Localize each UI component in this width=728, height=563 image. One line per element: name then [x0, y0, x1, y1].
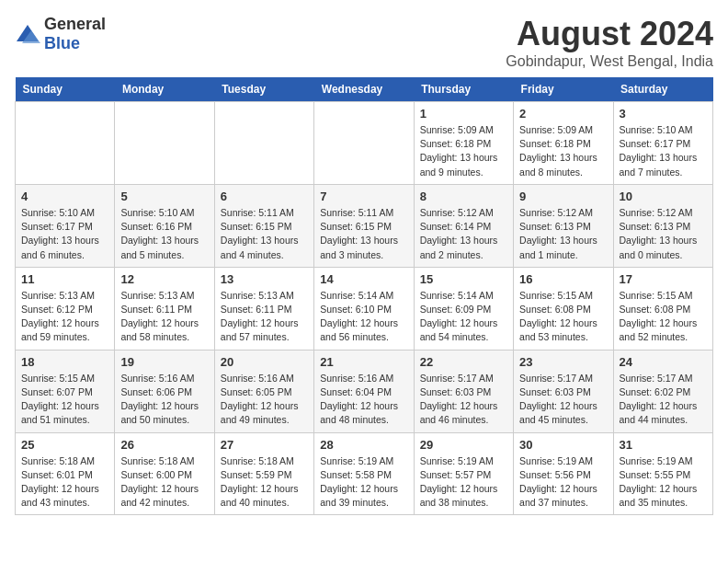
day-info: Sunrise: 5:14 AMSunset: 6:10 PMDaylight:… — [320, 289, 407, 345]
day-cell: 10Sunrise: 5:12 AMSunset: 6:13 PMDayligh… — [613, 184, 712, 267]
date-number: 30 — [519, 438, 607, 452]
day-cell — [115, 102, 214, 185]
week-row-1: 1Sunrise: 5:09 AMSunset: 6:18 PMDaylight… — [16, 102, 713, 185]
day-info: Sunrise: 5:13 AMSunset: 6:11 PMDaylight:… — [221, 289, 308, 345]
date-number: 10 — [620, 190, 707, 203]
day-info: Sunrise: 5:12 AMSunset: 6:13 PMDaylight:… — [519, 206, 607, 262]
day-info: Sunrise: 5:09 AMSunset: 6:18 PMDaylight:… — [420, 123, 507, 179]
logo-text: General Blue — [44, 15, 106, 53]
day-cell: 5Sunrise: 5:10 AMSunset: 6:16 PMDaylight… — [115, 184, 214, 267]
day-cell — [214, 102, 313, 185]
week-row-5: 25Sunrise: 5:18 AMSunset: 6:01 PMDayligh… — [16, 432, 713, 515]
day-info: Sunrise: 5:18 AMSunset: 5:59 PMDaylight:… — [221, 454, 308, 511]
date-number: 27 — [221, 438, 308, 452]
day-info: Sunrise: 5:16 AMSunset: 6:06 PMDaylight:… — [120, 372, 208, 428]
date-number: 5 — [120, 190, 208, 203]
day-cell: 16Sunrise: 5:15 AMSunset: 6:08 PMDayligh… — [514, 267, 613, 350]
day-info: Sunrise: 5:13 AMSunset: 6:11 PMDaylight:… — [120, 289, 208, 345]
logo: General Blue — [15, 15, 106, 53]
day-cell: 24Sunrise: 5:17 AMSunset: 6:02 PMDayligh… — [613, 350, 712, 432]
day-info: Sunrise: 5:17 AMSunset: 6:03 PMDaylight:… — [420, 372, 507, 428]
day-cell: 29Sunrise: 5:19 AMSunset: 5:57 PMDayligh… — [414, 432, 513, 515]
day-info: Sunrise: 5:15 AMSunset: 6:07 PMDaylight:… — [21, 372, 108, 428]
day-cell: 17Sunrise: 5:15 AMSunset: 6:08 PMDayligh… — [613, 267, 712, 350]
date-number: 19 — [120, 355, 208, 369]
day-cell: 22Sunrise: 5:17 AMSunset: 6:03 PMDayligh… — [414, 350, 513, 432]
day-info: Sunrise: 5:17 AMSunset: 6:02 PMDaylight:… — [620, 372, 707, 428]
day-info: Sunrise: 5:11 AMSunset: 6:15 PMDaylight:… — [320, 206, 407, 262]
day-info: Sunrise: 5:11 AMSunset: 6:15 PMDaylight:… — [221, 206, 308, 262]
date-number: 22 — [420, 355, 507, 369]
day-cell: 15Sunrise: 5:14 AMSunset: 6:09 PMDayligh… — [414, 267, 513, 350]
day-header-sunday: Sunday — [16, 77, 115, 102]
day-info: Sunrise: 5:19 AMSunset: 5:57 PMDaylight:… — [420, 454, 507, 511]
day-cell: 11Sunrise: 5:13 AMSunset: 6:12 PMDayligh… — [16, 267, 115, 350]
day-info: Sunrise: 5:10 AMSunset: 6:17 PMDaylight:… — [21, 206, 108, 262]
day-info: Sunrise: 5:19 AMSunset: 5:56 PMDaylight:… — [519, 454, 607, 511]
day-cell: 18Sunrise: 5:15 AMSunset: 6:07 PMDayligh… — [16, 350, 115, 432]
day-info: Sunrise: 5:10 AMSunset: 6:16 PMDaylight:… — [120, 206, 208, 262]
day-cell: 3Sunrise: 5:10 AMSunset: 6:17 PMDaylight… — [613, 102, 712, 185]
date-number: 20 — [221, 355, 308, 369]
day-cell: 12Sunrise: 5:13 AMSunset: 6:11 PMDayligh… — [115, 267, 214, 350]
day-info: Sunrise: 5:19 AMSunset: 5:58 PMDaylight:… — [320, 454, 407, 511]
day-header-monday: Monday — [115, 77, 214, 102]
date-number: 17 — [620, 272, 707, 286]
day-cell: 4Sunrise: 5:10 AMSunset: 6:17 PMDaylight… — [16, 184, 115, 267]
week-row-3: 11Sunrise: 5:13 AMSunset: 6:12 PMDayligh… — [16, 267, 713, 350]
day-info: Sunrise: 5:15 AMSunset: 6:08 PMDaylight:… — [620, 289, 707, 345]
day-info: Sunrise: 5:12 AMSunset: 6:14 PMDaylight:… — [420, 206, 507, 262]
day-info: Sunrise: 5:16 AMSunset: 6:05 PMDaylight:… — [221, 372, 308, 428]
date-number: 2 — [519, 107, 607, 121]
day-info: Sunrise: 5:14 AMSunset: 6:09 PMDaylight:… — [420, 289, 507, 345]
day-header-saturday: Saturday — [613, 77, 712, 102]
day-cell: 21Sunrise: 5:16 AMSunset: 6:04 PMDayligh… — [314, 350, 414, 432]
date-number: 28 — [320, 438, 407, 452]
day-cell: 13Sunrise: 5:13 AMSunset: 6:11 PMDayligh… — [214, 267, 313, 350]
date-number: 26 — [120, 438, 208, 452]
day-cell: 2Sunrise: 5:09 AMSunset: 6:18 PMDaylight… — [514, 102, 613, 185]
date-number: 21 — [320, 355, 407, 369]
week-row-2: 4Sunrise: 5:10 AMSunset: 6:17 PMDaylight… — [16, 184, 713, 267]
date-number: 6 — [221, 190, 308, 203]
day-cell: 20Sunrise: 5:16 AMSunset: 6:05 PMDayligh… — [214, 350, 313, 432]
date-number: 23 — [519, 355, 607, 369]
day-info: Sunrise: 5:18 AMSunset: 6:01 PMDaylight:… — [21, 454, 108, 511]
day-info: Sunrise: 5:18 AMSunset: 6:00 PMDaylight:… — [120, 454, 208, 511]
logo-general: General — [44, 15, 106, 33]
calendar-table: SundayMondayTuesdayWednesdayThursdayFrid… — [15, 77, 713, 515]
day-cell: 1Sunrise: 5:09 AMSunset: 6:18 PMDaylight… — [414, 102, 513, 185]
date-number: 15 — [420, 272, 507, 286]
date-number: 14 — [320, 272, 407, 286]
main-title: August 2024 — [506, 15, 713, 53]
day-info: Sunrise: 5:15 AMSunset: 6:08 PMDaylight:… — [519, 289, 607, 345]
day-header-friday: Friday — [514, 77, 613, 102]
logo-icon — [15, 23, 40, 45]
date-number: 1 — [420, 107, 507, 121]
day-cell: 30Sunrise: 5:19 AMSunset: 5:56 PMDayligh… — [514, 432, 613, 515]
day-info: Sunrise: 5:10 AMSunset: 6:17 PMDaylight:… — [620, 123, 707, 179]
day-header-thursday: Thursday — [414, 77, 513, 102]
day-header-tuesday: Tuesday — [214, 77, 313, 102]
day-cell: 26Sunrise: 5:18 AMSunset: 6:00 PMDayligh… — [115, 432, 214, 515]
day-cell: 19Sunrise: 5:16 AMSunset: 6:06 PMDayligh… — [115, 350, 214, 432]
day-cell: 14Sunrise: 5:14 AMSunset: 6:10 PMDayligh… — [314, 267, 414, 350]
day-cell — [16, 102, 115, 185]
day-cell: 9Sunrise: 5:12 AMSunset: 6:13 PMDaylight… — [514, 184, 613, 267]
date-number: 8 — [420, 190, 507, 203]
header-row: SundayMondayTuesdayWednesdayThursdayFrid… — [16, 77, 713, 102]
date-number: 3 — [620, 107, 707, 121]
sub-title: Gobindapur, West Bengal, India — [506, 53, 713, 70]
date-number: 11 — [21, 272, 108, 286]
day-info: Sunrise: 5:09 AMSunset: 6:18 PMDaylight:… — [519, 123, 607, 179]
date-number: 4 — [21, 190, 108, 203]
date-number: 25 — [21, 438, 108, 452]
day-info: Sunrise: 5:13 AMSunset: 6:12 PMDaylight:… — [21, 289, 108, 345]
day-cell: 8Sunrise: 5:12 AMSunset: 6:14 PMDaylight… — [414, 184, 513, 267]
day-cell: 6Sunrise: 5:11 AMSunset: 6:15 PMDaylight… — [214, 184, 313, 267]
week-row-4: 18Sunrise: 5:15 AMSunset: 6:07 PMDayligh… — [16, 350, 713, 432]
day-cell: 31Sunrise: 5:19 AMSunset: 5:55 PMDayligh… — [613, 432, 712, 515]
calendar-header: SundayMondayTuesdayWednesdayThursdayFrid… — [16, 77, 713, 102]
date-number: 9 — [519, 190, 607, 203]
day-header-wednesday: Wednesday — [314, 77, 414, 102]
